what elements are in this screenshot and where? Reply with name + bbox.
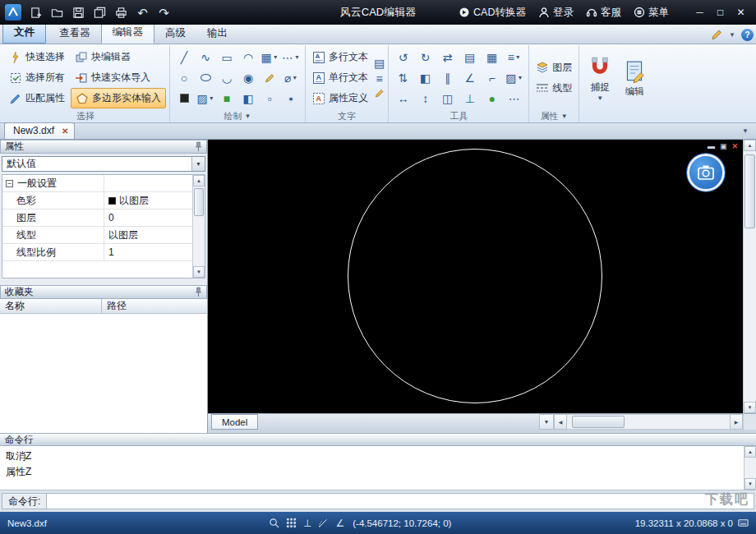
layer-button[interactable]: 图层 (532, 58, 575, 76)
open-folder-button[interactable] (47, 3, 67, 21)
doc-close-icon[interactable]: ✕ (731, 142, 738, 150)
menu-button[interactable]: 菜单 (634, 6, 669, 20)
property-group-row[interactable]: − 一般设置 (2, 175, 192, 192)
favorites-path-column[interactable]: 路径 (102, 299, 131, 313)
edit-button[interactable]: 编辑 (617, 46, 652, 109)
document-tab[interactable]: New3.dxf ✕ (4, 122, 75, 139)
property-preset-combo[interactable]: 默认值 ▼ (2, 156, 205, 172)
table-icon[interactable]: ▤ (374, 57, 385, 70)
points-icon[interactable]: ⋯▼ (280, 47, 302, 67)
hatch-icon[interactable]: ▨▼ (195, 88, 216, 108)
measure-icon[interactable]: ▤ (459, 47, 481, 67)
scroll-up-icon[interactable]: ▲ (744, 446, 756, 458)
group-label-properties[interactable]: 属性▼ (532, 109, 575, 122)
chevron-down-icon[interactable]: ▼ (729, 31, 735, 39)
canvas-horizontal-scrollbar[interactable]: ◀ ▶ (554, 414, 743, 430)
scroll-right-icon[interactable]: ▶ (730, 414, 743, 430)
multiline-text-button[interactable]: A 多行文本 (309, 48, 371, 67)
scroll-down-icon[interactable]: ▼ (193, 266, 205, 278)
field-icon[interactable]: ≡ (374, 72, 385, 85)
parallel-icon[interactable]: ∥ (436, 67, 459, 88)
array-icon[interactable]: ▦▼ (259, 47, 280, 67)
corner-icon[interactable]: ⌐ (481, 67, 503, 88)
save-button[interactable] (68, 3, 89, 21)
maximize-button[interactable]: □ (710, 3, 731, 21)
favorites-list[interactable] (0, 314, 207, 433)
rectangle-icon[interactable]: ▭ (216, 47, 237, 67)
tab-editor[interactable]: 编辑器 (101, 22, 155, 44)
command-history-scrollbar[interactable]: ▲ ▼ (744, 446, 756, 490)
scroll-down-icon[interactable]: ▼ (744, 478, 756, 490)
grid-icon[interactable]: ▦ (481, 47, 503, 67)
rotate-cw-icon[interactable]: ↻ (414, 47, 436, 67)
grid-snap-icon[interactable] (286, 518, 297, 528)
doc-minimize-icon[interactable]: ▬ (708, 142, 715, 150)
tab-advanced[interactable]: 高级 (154, 24, 196, 44)
quick-entity-import-button[interactable]: 快速实体导入 (71, 67, 166, 88)
more-icon[interactable]: ● (481, 88, 503, 108)
pin-icon[interactable] (195, 141, 202, 152)
boundary-icon[interactable]: ▫ (259, 88, 280, 108)
select-all-button[interactable]: 选择所有 (5, 67, 69, 88)
block-editor-button[interactable]: 块编辑器 (71, 47, 166, 67)
tab-output[interactable]: 输出 (196, 24, 238, 44)
tab-file[interactable]: 文件 (2, 22, 46, 44)
layout-chevron-icon[interactable]: ▼ (539, 414, 554, 430)
scroll-thumb[interactable] (572, 416, 625, 428)
scroll-thumb[interactable] (744, 154, 755, 228)
model-tab[interactable]: Model (211, 414, 258, 430)
collapse-icon[interactable]: − (6, 180, 13, 187)
wipeout-icon[interactable]: ▪ (280, 88, 302, 108)
capture-button[interactable] (687, 154, 725, 191)
cad-converter-button[interactable]: CAD转换器 (459, 6, 526, 20)
spline-icon[interactable]: ∿ (195, 47, 216, 67)
match-properties-button[interactable]: 匹配属性 (5, 88, 69, 108)
ellipse-icon[interactable] (195, 67, 216, 88)
tab-close-icon[interactable]: ✕ (62, 127, 68, 136)
new-file-button[interactable] (25, 3, 46, 21)
scroll-left-icon[interactable]: ◀ (554, 414, 567, 430)
undo-button[interactable]: ↶ (132, 3, 153, 21)
color-icon[interactable] (173, 88, 195, 108)
group-label-draw[interactable]: 绘制▼ (173, 109, 302, 122)
quick-select-button[interactable]: 快速选择 (5, 47, 69, 67)
linetype-button[interactable]: 线型 (532, 79, 575, 97)
save-as-button[interactable] (90, 3, 110, 21)
swap-icon[interactable]: ⇄ (436, 47, 459, 67)
zoom-icon[interactable] (269, 518, 279, 528)
perpendicular-icon[interactable]: ⊥ (459, 88, 481, 108)
minimize-button[interactable]: ─ (689, 3, 710, 21)
arc-icon[interactable]: ◠ (237, 47, 259, 67)
scroll-down-icon[interactable]: ▼ (744, 402, 756, 413)
login-button[interactable]: 登录 (538, 6, 574, 20)
scroll-up-icon[interactable]: ▲ (193, 175, 205, 186)
snap-button[interactable]: 捕捉 ▼ (583, 46, 617, 109)
quick-edit-icon[interactable] (710, 28, 723, 41)
align-icon[interactable]: ◫ (436, 88, 459, 108)
osnap-icon[interactable] (318, 518, 329, 528)
circle-icon[interactable]: ○ (173, 67, 195, 88)
updown-icon[interactable]: ⇅ (392, 67, 414, 88)
mirror-icon[interactable]: ◧ (414, 67, 436, 88)
print-button[interactable] (111, 3, 131, 21)
donut-icon[interactable]: ◉ (237, 67, 259, 88)
drawing-canvas[interactable]: ▬ ▣ ✕ (208, 140, 743, 413)
redo-button[interactable]: ↷ (154, 3, 174, 21)
polygon-entity-input-button[interactable]: 多边形实体输入 (71, 88, 166, 108)
arc-bottom-icon[interactable]: ◡ (216, 67, 237, 88)
scroll-thumb[interactable] (194, 188, 204, 216)
keyboard-icon[interactable] (738, 518, 749, 528)
close-button[interactable]: ✕ (731, 3, 751, 21)
doc-restore-icon[interactable]: ▣ (720, 142, 727, 150)
tab-viewer[interactable]: 查看器 (48, 24, 101, 44)
favorites-name-column[interactable]: 名称 (0, 299, 102, 313)
ortho-icon[interactable]: ⊥ (303, 518, 311, 529)
edit-text-icon[interactable] (374, 88, 385, 99)
help-button[interactable]: ? (741, 29, 754, 41)
polar-icon[interactable]: ∠ (335, 518, 344, 529)
move-h-icon[interactable]: ↔ (392, 88, 414, 108)
rotate-ccw-icon[interactable]: ↺ (392, 47, 414, 67)
support-button[interactable]: 客服 (586, 6, 621, 20)
attribute-define-button[interactable]: A 属性定义 (309, 89, 371, 108)
gradient-icon[interactable]: ◧ (237, 88, 259, 108)
